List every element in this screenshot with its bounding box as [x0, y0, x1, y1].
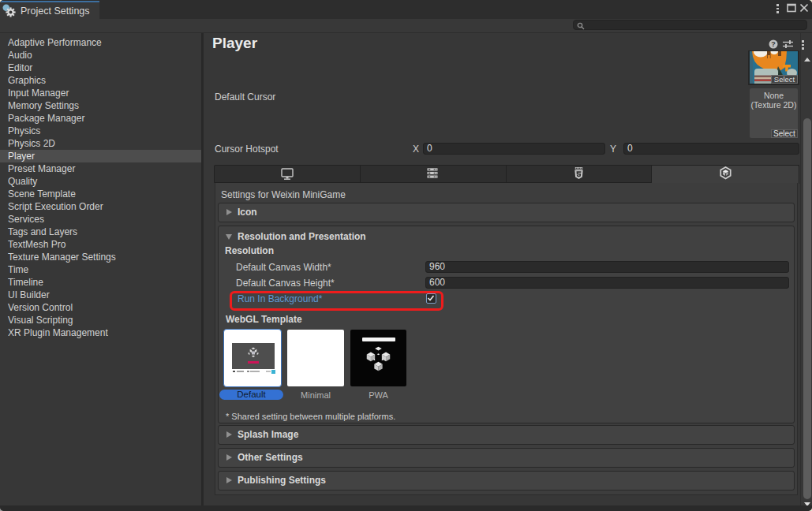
svg-text:?: ? [771, 40, 776, 48]
